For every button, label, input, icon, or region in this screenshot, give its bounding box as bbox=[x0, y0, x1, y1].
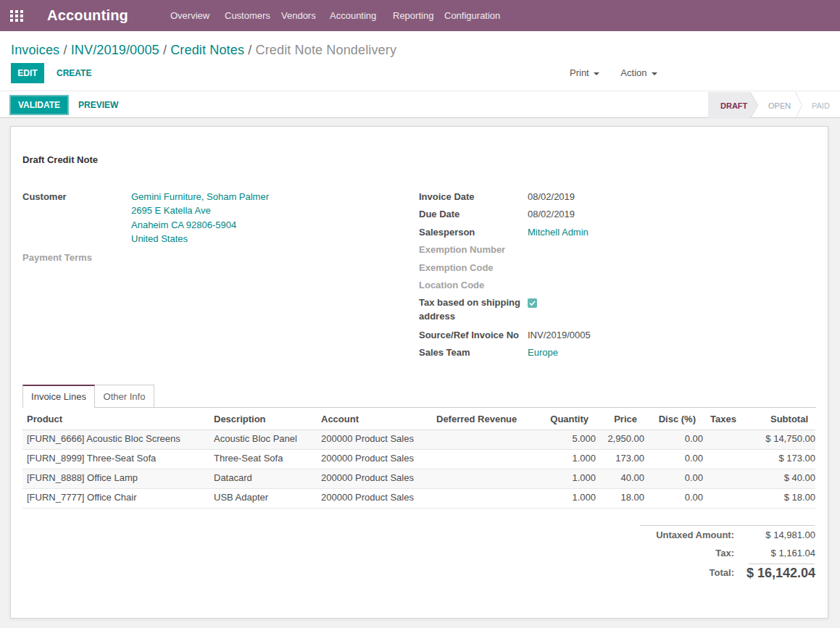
svg-text:DRAFT: DRAFT bbox=[720, 101, 748, 110]
svg-text:PAID: PAID bbox=[812, 101, 830, 110]
svg-text:OPEN: OPEN bbox=[768, 101, 791, 110]
